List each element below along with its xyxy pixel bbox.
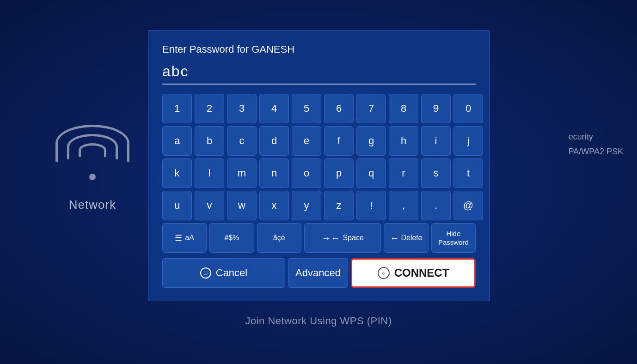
key-y[interactable]: y [292,191,321,220]
key-comma[interactable]: , [389,191,418,220]
wps-pin-link[interactable]: Join Network Using WPS (PIN) [245,315,392,327]
keyboard-row-numbers: 1 2 3 4 5 6 7 8 9 0 [162,94,476,123]
key-1[interactable]: 1 [162,94,192,123]
key-o[interactable]: o [292,158,321,188]
key-hide-password[interactable]: HidePassword [431,223,476,253]
advanced-button[interactable]: Advanced [288,258,348,288]
key-9[interactable]: 9 [421,94,451,123]
key-f[interactable]: f [324,126,354,156]
wifi-icon [55,125,129,180]
key-space[interactable]: →← Space [304,223,381,253]
keyboard: 1 2 3 4 5 6 7 8 9 0 a b c d e f g h i j … [162,94,476,288]
key-8[interactable]: 8 [389,94,418,123]
cancel-icon: □ [200,267,211,279]
connect-icon: ○ [378,267,390,279]
key-2[interactable]: 2 [195,94,224,123]
connect-label: CONNECT [394,267,449,279]
key-4[interactable]: 4 [259,94,289,123]
password-input-area: abc [162,63,476,85]
cancel-label: Cancel [216,267,247,279]
key-7[interactable]: 7 [356,94,386,123]
key-accents[interactable]: ãçé [257,223,301,253]
password-display: abc [162,63,189,79]
key-b[interactable]: b [195,126,224,156]
key-t[interactable]: t [453,158,483,188]
advanced-label: Advanced [295,267,341,279]
key-r[interactable]: r [389,158,418,188]
key-n[interactable]: n [259,158,289,188]
key-e[interactable]: e [292,126,321,156]
key-j[interactable]: j [453,126,483,156]
key-exclamation[interactable]: ! [356,191,386,220]
connect-button[interactable]: ○ CONNECT [351,258,476,288]
key-u[interactable]: u [162,191,192,220]
key-a[interactable]: a [162,126,192,156]
key-l[interactable]: l [195,158,224,188]
key-q[interactable]: q [356,158,386,188]
cancel-button[interactable]: □ Cancel [162,258,285,288]
key-h[interactable]: h [389,126,418,156]
key-x[interactable]: x [259,191,289,220]
dialog-title: Enter Password for GANESH [162,43,476,55]
key-c[interactable]: c [227,126,257,156]
keyboard-row-u-at: u v w x y z ! , . @ [162,191,476,220]
security-info: ecurity PA/WPA2 PSK [569,129,623,159]
action-row: □ Cancel Advanced ○ CONNECT [162,258,476,288]
keyboard-row-k-t: k l m n o p q r s t [162,158,476,188]
key-3[interactable]: 3 [227,94,257,123]
key-v[interactable]: v [195,191,224,220]
key-g[interactable]: g [356,126,386,156]
keyboard-row-special: ☰ aA #$% ãçé →← Space ← Delete HidePassw… [162,223,476,253]
key-0[interactable]: 0 [453,94,483,123]
key-p[interactable]: p [324,158,354,188]
key-at[interactable]: @ [453,191,483,220]
security-value: PA/WPA2 PSK [569,144,623,159]
key-5[interactable]: 5 [292,94,321,123]
key-capslock[interactable]: ☰ aA [162,223,207,253]
key-symbols[interactable]: #$% [209,223,254,253]
key-k[interactable]: k [162,158,192,188]
key-d[interactable]: d [259,126,289,156]
key-s[interactable]: s [421,158,451,188]
wifi-arc-small [79,143,106,157]
wifi-section: Network [55,125,129,212]
key-period[interactable]: . [421,191,451,220]
security-label: ecurity [569,129,623,144]
network-label: Network [69,198,116,212]
key-z[interactable]: z [324,191,354,220]
password-dialog: Enter Password for GANESH abc 1 2 3 4 5 … [148,30,490,301]
key-delete[interactable]: ← Delete [384,223,428,253]
key-w[interactable]: w [227,191,257,220]
wifi-dot [89,174,96,180]
key-m[interactable]: m [227,158,257,188]
key-i[interactable]: i [421,126,451,156]
keyboard-row-a-j: a b c d e f g h i j [162,126,476,156]
key-6[interactable]: 6 [324,94,354,123]
